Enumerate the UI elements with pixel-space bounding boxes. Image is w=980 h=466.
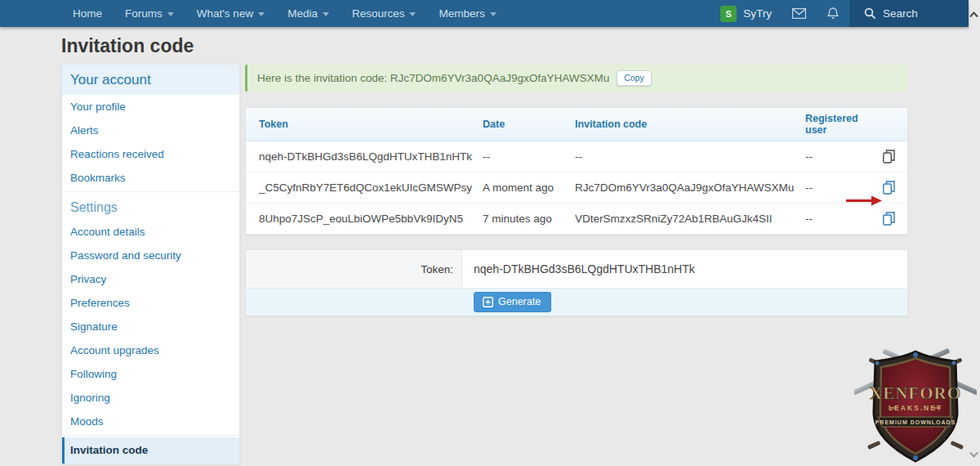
plus-square-icon [483, 297, 493, 307]
table-header-row: Token Date Invitation code Registered us… [246, 108, 907, 141]
nav-item-resources[interactable]: Resources [341, 0, 428, 27]
watermark-title: XENFORO [870, 383, 961, 403]
token-field-value[interactable]: nqeh-DTkBHGd3sB6LQgdHTUxTHB1nHTk [462, 250, 907, 288]
sidebar-divider [62, 435, 239, 436]
copy-icon [883, 212, 895, 226]
scroll-down-button[interactable] [969, 446, 978, 461]
token-cell: nqeh-DTkBHGd3sB6LQgdHTUxTHB1nHTk [246, 141, 470, 172]
copy-token-button[interactable] [870, 181, 907, 195]
copy-token-button[interactable] [870, 212, 907, 226]
invitation-code-cell: VDterSmzxzSRniZy72Ab1RBAuGJk4SII [562, 204, 792, 234]
inbox-button[interactable] [782, 0, 817, 27]
chevron-down-icon [323, 12, 329, 16]
token-field-label: Token: [246, 250, 462, 288]
sidebar-divider [62, 191, 239, 192]
alerts-button[interactable] [817, 0, 849, 27]
sidebar-item-preferences[interactable]: Preferences [62, 291, 239, 315]
token-field-row: Token: nqeh-DTkBHGd3sB6LQgdHTUxTHB1nHTk [246, 250, 907, 288]
column-header-actions [870, 119, 907, 129]
invitation-code-alert: Here is the invitation code: RJc7DOm6YVr… [245, 65, 908, 92]
nav-item-label: What's new [197, 7, 253, 20]
watermark-banner: PREMIUM DOWNLOADS [875, 419, 956, 425]
nav-item-members[interactable]: Members [427, 0, 507, 27]
sidebar-subheader-settings: Settings [62, 194, 239, 220]
sidebar-item-ignoring[interactable]: Ignoring [62, 386, 239, 410]
registered-user-cell: -- [792, 204, 870, 234]
invitation-code-cell: -- [562, 141, 792, 172]
sidebar-item-invitation-code[interactable]: Invitation code [62, 437, 239, 464]
table-row: _C5CyfnRbY7ET6dQCox1ekUIcGMSWPsy A momen… [246, 173, 907, 204]
generate-button[interactable]: Generate [474, 292, 551, 312]
tokens-table: Token Date Invitation code Registered us… [245, 107, 908, 235]
sidebar-item-account-upgrades[interactable]: Account upgrades [62, 338, 239, 362]
column-header-date: Date [470, 114, 562, 135]
chevron-down-icon [490, 12, 497, 16]
copy-icon [883, 150, 895, 164]
sidebar-header: Your account [62, 65, 239, 95]
main-nav: Home Forums What's new Media Resources M… [61, 0, 508, 27]
chevron-down-icon [258, 12, 265, 16]
sidebar-item-password-and-security[interactable]: Password and security [62, 244, 239, 267]
column-header-registered-user: Registered user [792, 108, 870, 141]
alert-code-value: RJc7DOm6YVr3a0QAaJ9gxOfaYHAWSXMu [390, 72, 609, 84]
token-cell: 8Uhpo7JScP_eouLbiOWPe5bbVk9IDyN5 [246, 204, 470, 234]
nav-item-label: Members [439, 7, 484, 20]
copy-icon [883, 181, 895, 195]
sidebar-item-moods[interactable]: Moods [62, 410, 239, 433]
generate-button-label: Generate [498, 296, 541, 307]
nav-item-whats-new[interactable]: What's new [185, 0, 276, 27]
sidebar-item-your-profile[interactable]: Your profile [62, 95, 239, 119]
table-row: 8Uhpo7JScP_eouLbiOWPe5bbVk9IDyN5 7 minut… [246, 204, 907, 234]
nav-item-home[interactable]: Home [61, 0, 114, 27]
nav-item-label: Home [73, 7, 102, 20]
copy-token-button[interactable] [870, 150, 907, 164]
sidebar-item-following[interactable]: Following [62, 362, 239, 386]
chevron-up-icon [969, 11, 978, 18]
registered-user-cell: -- [792, 141, 870, 172]
invitation-code-cell: RJc7DOm6YVr3a0QAaJ9gxOfaYHAWSXMu [562, 173, 792, 203]
user-menu[interactable]: S SyTry [710, 0, 782, 27]
search-label: Search [883, 7, 918, 20]
date-cell: -- [470, 141, 562, 172]
alert-prefix: Here is the invitation code: [257, 72, 390, 84]
sidebar-item-signature[interactable]: Signature [62, 315, 239, 338]
nav-right-area: S SyTry Search [710, 0, 969, 27]
bell-icon [827, 7, 839, 20]
sidebar-item-account-details[interactable]: Account details [62, 220, 239, 244]
red-annotation-arrow-icon [845, 195, 883, 206]
chevron-down-icon [969, 451, 978, 458]
nav-item-label: Media [287, 7, 318, 20]
nav-item-label: Resources [352, 7, 405, 20]
scroll-up-button[interactable] [969, 7, 978, 21]
nav-item-forums[interactable]: Forums [114, 0, 185, 27]
column-header-invitation-code: Invitation code [562, 114, 792, 135]
column-header-token: Token [246, 114, 470, 135]
main-content: Here is the invitation code: RJc7DOm6YVr… [245, 65, 908, 316]
sidebar-item-bookmarks[interactable]: Bookmarks [62, 166, 239, 190]
date-cell: 7 minutes ago [470, 204, 562, 234]
chevron-down-icon [167, 12, 174, 16]
search-button[interactable]: Search [849, 0, 969, 27]
chevron-down-icon [409, 12, 416, 16]
account-sidebar: Your account Your profile Alerts Reactio… [61, 64, 240, 464]
alert-text: Here is the invitation code: RJc7DOm6YVr… [257, 72, 609, 84]
table-row: nqeh-DTkBHGd3sB6LQgdHTUxTHB1nHTk -- -- -… [246, 141, 907, 173]
sidebar-item-reactions-received[interactable]: Reactions received [62, 142, 239, 166]
avatar: S [720, 6, 737, 22]
date-cell: A moment ago [470, 173, 562, 203]
nav-item-media[interactable]: Media [276, 0, 341, 27]
search-icon [864, 7, 876, 20]
table-body: nqeh-DTkBHGd3sB6LQgdHTUxTHB1nHTk -- -- -… [246, 141, 907, 234]
copy-code-button[interactable]: Copy [617, 70, 652, 86]
token-cell: _C5CyfnRbY7ET6dQCox1ekUIcGMSWPsy [246, 173, 470, 203]
form-submit-row: Generate [246, 288, 907, 316]
envelope-icon [792, 8, 806, 19]
generate-token-form: Token: nqeh-DTkBHGd3sB6LQgdHTUxTHB1nHTk … [245, 249, 908, 316]
sidebar-item-privacy[interactable]: Privacy [62, 267, 239, 291]
sidebar-item-alerts[interactable]: Alerts [62, 119, 239, 142]
xenforo-leaks-watermark: XENFORO LEAKS.NET PREMIUM DOWNLOADS [854, 345, 977, 466]
username: SyTry [743, 7, 772, 20]
page-title: Invitation code [61, 35, 194, 57]
top-navbar: Home Forums What's new Media Resources M… [0, 0, 969, 27]
shield-logo-icon: XENFORO LEAKS.NET PREMIUM DOWNLOADS [854, 345, 977, 466]
